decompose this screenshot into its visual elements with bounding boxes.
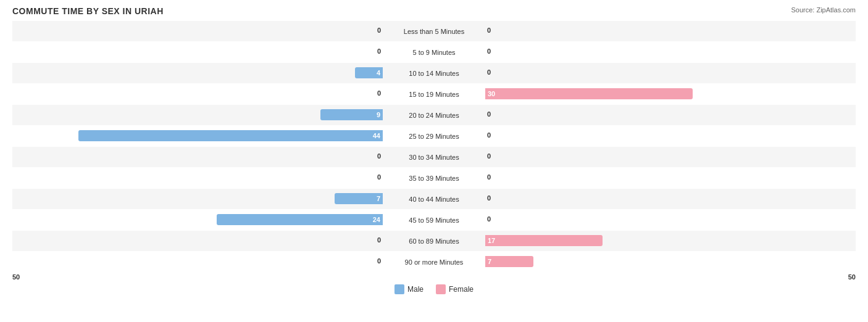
legend: Male Female <box>12 284 856 294</box>
axis-right: 50 <box>848 273 856 281</box>
left-section: 9 <box>12 105 383 125</box>
chart-row: 2445 to 59 Minutes0 <box>12 210 856 230</box>
axis-left: 50 <box>12 273 20 281</box>
chart-row: 920 to 24 Minutes0 <box>12 105 856 125</box>
axis-labels: 50 50 <box>12 273 856 281</box>
chart-area: 0Less than 5 Minutes005 to 9 Minutes0410… <box>12 21 856 272</box>
left-section: 0 <box>12 168 383 188</box>
bar-male: 7 <box>335 193 383 204</box>
bar-male-value: 0 <box>377 257 381 265</box>
bar-male-value: 24 <box>370 216 383 223</box>
row-label: 45 to 59 Minutes <box>383 217 485 224</box>
left-section: 4 <box>12 63 383 83</box>
right-section: 7 <box>485 252 856 272</box>
legend-female: Female <box>436 284 474 294</box>
bar-female-value: 7 <box>485 258 494 265</box>
row-label: 60 to 89 Minutes <box>383 237 485 245</box>
right-section: 0 <box>485 210 856 230</box>
right-section: 0 <box>485 105 856 125</box>
chart-row: 060 to 89 Minutes17 <box>12 231 856 251</box>
right-section: 0 <box>485 126 856 146</box>
chart-row: 05 to 9 Minutes0 <box>12 42 856 62</box>
bar-male-value: 0 <box>377 173 381 181</box>
chart-row: 0Less than 5 Minutes0 <box>12 21 856 41</box>
row-label: 25 to 29 Minutes <box>383 133 485 140</box>
bar-female-value: 0 <box>487 68 491 76</box>
right-section: 17 <box>485 231 856 251</box>
bar-female-value: 30 <box>485 90 498 97</box>
bar-male-value: 9 <box>374 111 383 118</box>
bar-female-value: 0 <box>487 215 491 223</box>
female-label: Female <box>449 285 474 294</box>
bar-male-value: 0 <box>377 47 381 55</box>
right-section: 0 <box>485 42 856 62</box>
left-section: 0 <box>12 147 383 167</box>
title-row: COMMUTE TIME BY SEX IN URIAH Source: Zip… <box>12 6 856 16</box>
row-label: 90 or more Minutes <box>383 258 485 266</box>
source-text: Source: ZipAtlas.com <box>791 6 856 14</box>
bar-female: 7 <box>485 256 533 267</box>
bar-female-value: 0 <box>487 27 491 34</box>
chart-container: COMMUTE TIME BY SEX IN URIAH Source: Zip… <box>0 0 868 322</box>
left-section: 0 <box>12 252 383 272</box>
chart-row: 030 to 34 Minutes0 <box>12 147 856 167</box>
bar-male-value: 4 <box>374 69 383 76</box>
legend-male: Male <box>394 284 424 294</box>
bar-male: 4 <box>355 67 383 78</box>
bar-female: 30 <box>485 88 693 99</box>
bar-male: 9 <box>320 109 383 120</box>
bar-male: 24 <box>217 214 383 225</box>
right-section: 0 <box>485 168 856 188</box>
chart-row: 4425 to 29 Minutes0 <box>12 126 856 146</box>
left-section: 7 <box>12 189 383 209</box>
chart-title: COMMUTE TIME BY SEX IN URIAH <box>12 6 164 16</box>
chart-row: 015 to 19 Minutes30 <box>12 84 856 104</box>
row-label: 15 to 19 Minutes <box>383 91 485 98</box>
chart-row: 410 to 14 Minutes0 <box>12 63 856 83</box>
right-section: 0 <box>485 147 856 167</box>
left-section: 0 <box>12 42 383 62</box>
row-label: 35 to 39 Minutes <box>383 175 485 182</box>
right-section: 0 <box>485 63 856 83</box>
right-section: 30 <box>485 84 856 104</box>
bar-male-value: 0 <box>377 27 381 34</box>
bar-female: 17 <box>485 235 603 246</box>
row-label: 10 to 14 Minutes <box>383 70 485 77</box>
chart-row: 090 or more Minutes7 <box>12 252 856 272</box>
bar-female-value: 0 <box>487 110 491 118</box>
bar-male-value: 0 <box>377 152 381 160</box>
bar-female-value: 0 <box>487 152 491 160</box>
row-label: 40 to 44 Minutes <box>383 196 485 203</box>
right-section: 0 <box>485 21 856 41</box>
chart-row: 740 to 44 Minutes0 <box>12 189 856 209</box>
bar-female-value: 17 <box>485 237 498 244</box>
right-section: 0 <box>485 189 856 209</box>
left-section: 44 <box>12 126 383 146</box>
bar-female-value: 0 <box>487 131 491 139</box>
female-swatch <box>436 284 446 294</box>
bar-male-value: 0 <box>377 89 381 97</box>
row-label: 30 to 34 Minutes <box>383 154 485 161</box>
chart-row: 035 to 39 Minutes0 <box>12 168 856 188</box>
left-section: 0 <box>12 84 383 104</box>
male-label: Male <box>407 285 424 294</box>
bar-male-value: 7 <box>374 195 383 202</box>
bar-female-value: 0 <box>487 47 491 55</box>
bar-female-value: 0 <box>487 194 491 202</box>
male-swatch <box>394 284 404 294</box>
left-section: 24 <box>12 210 383 230</box>
left-section: 0 <box>12 21 383 41</box>
bar-male-value: 44 <box>370 132 383 139</box>
row-label: 5 to 9 Minutes <box>383 49 485 56</box>
bar-male: 44 <box>78 130 383 141</box>
bar-male-value: 0 <box>377 236 381 244</box>
bar-female-value: 0 <box>487 173 491 181</box>
left-section: 0 <box>12 231 383 251</box>
row-label: Less than 5 Minutes <box>383 28 485 35</box>
row-label: 20 to 24 Minutes <box>383 112 485 119</box>
